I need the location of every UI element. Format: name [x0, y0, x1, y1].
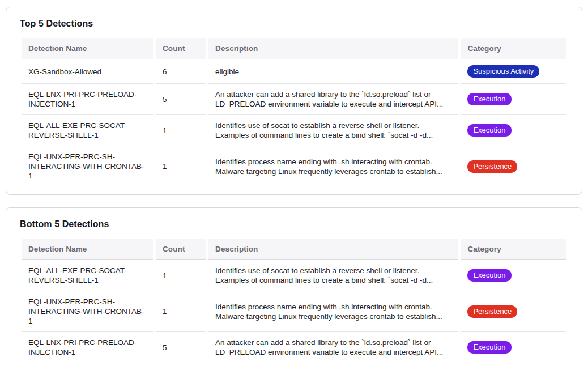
description-cell: Identifies use of socat to establish a r…	[208, 115, 458, 146]
detection-name-cell: XG-Sandbox-Allowed	[22, 59, 153, 84]
count-cell: 1	[156, 115, 206, 146]
column-header-detection-name: Detection Name	[22, 239, 153, 260]
description-cell: eligible	[208, 363, 458, 366]
category-badge: Suspicious Activity	[467, 65, 539, 78]
table-row: EQL-ALL-EXE-PRC-SOCAT-REVERSE-SHELL-1 1 …	[22, 260, 566, 291]
detection-name-cell: EQL-LNX-PRI-PRC-PRELOAD-INJECTION-1	[22, 84, 153, 115]
bottom-5-detections-card: Bottom 5 Detections Detection Name Count…	[6, 207, 582, 366]
column-header-count: Count	[156, 239, 206, 260]
category-cell: Persistence	[461, 146, 566, 186]
table-header-row: Detection Name Count Description Categor…	[22, 38, 566, 59]
column-header-description: Description	[208, 38, 458, 59]
count-cell: 6	[156, 363, 206, 366]
table-row: EQL-LNX-PRI-PRC-PRELOAD-INJECTION-1 5 An…	[22, 332, 566, 363]
column-header-category: Category	[461, 239, 566, 260]
column-header-detection-name: Detection Name	[22, 38, 153, 59]
count-cell: 1	[156, 260, 206, 291]
column-header-description: Description	[208, 239, 458, 260]
description-cell: An attacker can add a shared library to …	[208, 84, 458, 115]
detection-name-cell: EQL-LNX-PRI-PRC-PRELOAD-INJECTION-1	[22, 332, 153, 363]
detection-name-cell: EQL-ALL-EXE-PRC-SOCAT-REVERSE-SHELL-1	[22, 260, 153, 291]
detection-name-cell: EQL-UNX-PER-PRC-SH-INTERACTING-WITH-CRON…	[22, 291, 153, 332]
table-row: EQL-UNX-PER-PRC-SH-INTERACTING-WITH-CRON…	[22, 146, 566, 186]
table-row: XG-Sandbox-Allowed 6 eligible Suspicious…	[22, 59, 566, 84]
description-cell: Identifies process name ending with .sh …	[208, 146, 458, 186]
table-header-row: Detection Name Count Description Categor…	[22, 239, 566, 260]
table-row: EQL-ALL-EXE-PRC-SOCAT-REVERSE-SHELL-1 1 …	[22, 115, 566, 146]
detection-name-cell: XG-Sandbox-Allowed	[22, 363, 153, 366]
count-cell: 1	[156, 291, 206, 332]
description-cell: Identifies process name ending with .sh …	[208, 291, 458, 332]
description-cell: eligible	[208, 59, 458, 84]
count-cell: 1	[156, 146, 206, 186]
count-cell: 5	[156, 332, 206, 363]
page-title: Bottom 5 Detections	[20, 219, 568, 229]
description-cell: Identifies use of socat to establish a r…	[208, 260, 458, 291]
detections-table: Detection Name Count Description Categor…	[19, 239, 569, 366]
table-row: XG-Sandbox-Allowed 6 eligible Suspicious…	[22, 363, 566, 366]
category-badge: Execution	[467, 269, 511, 282]
category-cell: Suspicious Activity	[461, 59, 566, 84]
category-cell: Execution	[461, 260, 566, 291]
category-badge: Persistence	[467, 160, 517, 173]
table-row: EQL-LNX-PRI-PRC-PRELOAD-INJECTION-1 5 An…	[22, 84, 566, 115]
page-title: Top 5 Detections	[20, 19, 568, 29]
category-badge: Persistence	[467, 305, 517, 318]
table-row: EQL-UNX-PER-PRC-SH-INTERACTING-WITH-CRON…	[22, 291, 566, 332]
category-badge: Execution	[467, 341, 511, 354]
detections-table: Detection Name Count Description Categor…	[19, 38, 569, 186]
count-cell: 5	[156, 84, 206, 115]
category-cell: Persistence	[461, 291, 566, 332]
detection-name-cell: EQL-UNX-PER-PRC-SH-INTERACTING-WITH-CRON…	[22, 146, 153, 186]
detection-name-cell: EQL-ALL-EXE-PRC-SOCAT-REVERSE-SHELL-1	[22, 115, 153, 146]
category-cell: Execution	[461, 332, 566, 363]
category-cell: Execution	[461, 84, 566, 115]
category-badge: Execution	[467, 124, 511, 137]
description-cell: An attacker can add a shared library to …	[208, 332, 458, 363]
category-cell: Suspicious Activity	[461, 363, 566, 366]
count-cell: 6	[156, 59, 206, 84]
top-5-detections-card: Top 5 Detections Detection Name Count De…	[6, 7, 582, 195]
column-header-category: Category	[461, 38, 566, 59]
column-header-count: Count	[156, 38, 206, 59]
category-cell: Execution	[461, 115, 566, 146]
category-badge: Execution	[467, 93, 511, 105]
